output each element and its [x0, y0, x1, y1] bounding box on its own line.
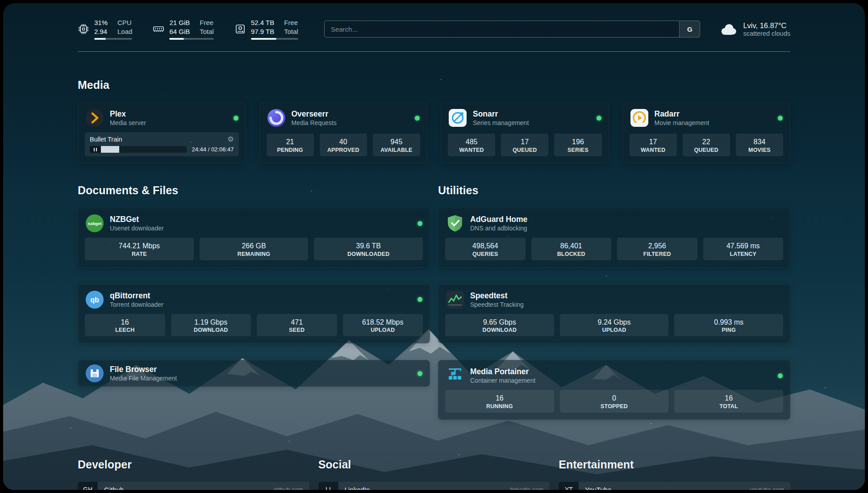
service-subtitle: Usenet downloader — [110, 225, 164, 232]
bookmark-abbr: GH — [78, 482, 98, 490]
filebrowser-icon — [85, 364, 104, 383]
service-subtitle: Container management — [470, 377, 535, 384]
bookmark-abbr: YT — [559, 482, 579, 490]
stat-tile: 266 GB REMAINING — [200, 238, 309, 260]
stat-tile: 471 SEED — [257, 314, 337, 337]
card-header: Overseerr Media Requests — [260, 103, 427, 132]
service-card-nzbget[interactable]: nzbget NZBGet Usenet downloader 744.21 M… — [78, 208, 430, 267]
section-utilities: Utilities — [438, 184, 790, 420]
service-name: qBittorrent — [110, 291, 163, 301]
pause-icon[interactable] — [90, 146, 101, 153]
service-subtitle: Series management — [473, 119, 529, 126]
service-subtitle: Media Requests — [292, 119, 337, 126]
stat-tile: 945 AVAILABLE — [373, 134, 420, 156]
stat-tile: 0.993 ms PING — [674, 314, 783, 337]
service-card-overseerr[interactable]: Overseerr Media Requests 21 PENDING 40 A… — [259, 102, 428, 163]
cpu-widget: 31% 2.94 CPU Load — [78, 18, 132, 40]
service-card-qbittorrent[interactable]: qb qBittorrent Torrent downloader 16 — [78, 284, 430, 344]
bookmark-youtube[interactable]: YT YouTube youtube.com — [559, 482, 790, 490]
bookmark-name: LinkedIn — [338, 482, 370, 490]
radarr-icon — [630, 109, 649, 127]
status-dot — [234, 116, 238, 121]
stat-tile: 618.52 Mbps UPLOAD — [343, 314, 423, 337]
service-stats: 17 WANTED 22 QUEUED 834 MOVIES — [623, 134, 790, 163]
sonarr-icon — [448, 109, 467, 127]
stat-tile: 744.21 Mbps RATE — [85, 238, 194, 260]
playback-progress-bar[interactable] — [90, 146, 187, 153]
disk-icon — [234, 23, 246, 35]
stat-tile: 834 MOVIES — [736, 134, 783, 156]
search-provider-button[interactable]: G — [679, 21, 700, 37]
service-name: File Browser — [110, 365, 177, 375]
bookmark-group-entertainment: Entertainment YT YouTube youtube.com NF … — [559, 458, 790, 490]
cpu-progress-track — [94, 38, 132, 40]
section-title-developer: Developer — [78, 458, 309, 471]
memory-free-value: 21 GiB — [169, 18, 190, 27]
service-name: Radarr — [655, 109, 709, 119]
card-header: Radarr Movie management — [623, 103, 790, 132]
portainer-icon — [446, 366, 464, 385]
disk-progress-fill — [251, 38, 276, 40]
adguard-icon — [446, 214, 464, 233]
stat-tile: 196 SERIES — [554, 134, 601, 156]
status-dot — [597, 116, 601, 121]
stat-tile: 9.24 Gbps UPLOAD — [560, 314, 669, 337]
search-input[interactable] — [325, 21, 680, 37]
topbar-divider — [78, 51, 790, 52]
service-card-plex[interactable]: Plex Media server Bullet Train ⚙ — [78, 102, 246, 163]
service-name: Plex — [110, 109, 146, 119]
service-stats: 16 LEECH 1.19 Gbps DOWNLOAD 471 SEED — [78, 314, 430, 343]
service-card-radarr[interactable]: Radarr Movie management 17 WANTED 22 QUE… — [622, 102, 791, 163]
service-card-portainer[interactable]: Media Portainer Container management 16 … — [438, 360, 790, 420]
section-title-entertainment: Entertainment — [559, 458, 790, 471]
stat-tile: 17 WANTED — [630, 134, 677, 156]
disk-free-value: 52.4 TB — [251, 18, 274, 27]
qbittorrent-icon: qb — [85, 290, 104, 309]
bookmark-abbr: LI — [318, 482, 338, 490]
cpu-progress-fill — [94, 38, 106, 40]
stat-tile: 16 RUNNING — [445, 390, 554, 413]
gear-icon[interactable]: ⚙ — [227, 136, 234, 143]
stat-tile: 16 LEECH — [85, 314, 165, 337]
stat-tile: 2,956 FILTERED — [617, 238, 697, 260]
service-stats: 485 WANTED 17 QUEUED 196 SERIES — [441, 134, 609, 163]
service-name: Speedtest — [470, 291, 524, 301]
status-dot — [417, 297, 422, 302]
service-stats: 498,564 QUERIES 86,401 BLOCKED 2,956 FIL… — [438, 238, 790, 267]
card-header: File Browser Media File Management — [78, 360, 430, 386]
cpu-load-value: 2.94 — [94, 27, 108, 36]
stat-tile: 485 WANTED — [448, 134, 495, 156]
service-card-filebrowser[interactable]: File Browser Media File Management — [78, 360, 430, 387]
section-media: Media Plex Media server — [78, 79, 790, 163]
bookmark-github[interactable]: GH Github github.com — [78, 482, 309, 490]
stat-tile: 498,564 QUERIES — [445, 238, 526, 260]
service-stats: 744.21 Mbps RATE 266 GB REMAINING 39.6 T… — [78, 238, 430, 267]
memory-icon — [153, 23, 164, 35]
service-card-speedtest[interactable]: Speedtest Speedtest Tracking 9.65 Gbps D… — [438, 284, 790, 344]
disk-total-value: 97.9 TB — [251, 27, 274, 36]
stat-tile: 21 PENDING — [267, 134, 314, 156]
service-name: Overseerr — [292, 109, 337, 119]
service-name: Sonarr — [473, 109, 529, 119]
stat-tile: 22 QUEUED — [683, 134, 730, 156]
bookmark-linkedin[interactable]: LI LinkedIn linkedin.com — [318, 482, 550, 490]
playback-progress-fill — [101, 146, 119, 153]
bookmark-domain: github.com — [274, 482, 309, 490]
svg-text:qb: qb — [90, 296, 99, 304]
service-card-adguard[interactable]: AdGuard Home DNS and adblocking 498,564 … — [438, 208, 790, 267]
stat-tile: 0 STOPPED — [560, 390, 669, 413]
bookmark-group-social: Social LI LinkedIn linkedin.com TW Twitt… — [318, 458, 550, 490]
service-card-sonarr[interactable]: Sonarr Series management 485 WANTED 17 Q… — [441, 102, 609, 163]
svg-text:nzbget: nzbget — [88, 221, 102, 226]
service-stats: 21 PENDING 40 APPROVED 945 AVAILABLE — [260, 134, 427, 163]
cpu-usage-value: 31% — [94, 18, 108, 27]
card-header: Sonarr Series management — [441, 103, 609, 132]
weather-condition: scattered clouds — [743, 30, 790, 37]
playback-time: 24:44 / 02:06:47 — [192, 146, 234, 153]
service-subtitle: DNS and adblocking — [470, 225, 527, 232]
stat-tile: 40 APPROVED — [320, 134, 367, 156]
section-documents: Documents & Files nzbget NZBGet Usenet d… — [78, 184, 430, 420]
stat-tile: 16 TOTAL — [674, 390, 783, 413]
weather-widget: Lviv, 16.87°C scattered clouds — [719, 21, 790, 37]
memory-free-label: Free — [200, 18, 214, 27]
